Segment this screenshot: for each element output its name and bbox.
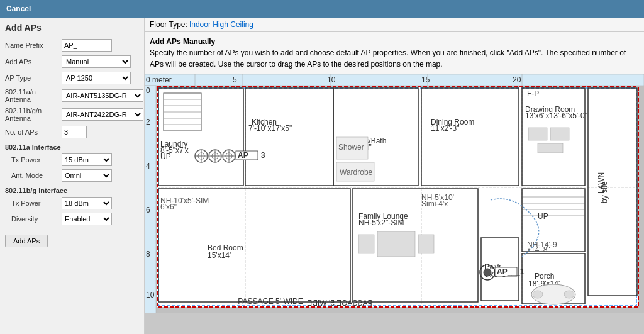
instructions-panel: Add APs Manually Specify the number of A… xyxy=(145,32,644,74)
svg-text:7'-10"x17'x5": 7'-10"x17'x5" xyxy=(248,124,292,133)
svg-text:13'x6"x13'-6"x5'-0": 13'x6"x13'-6"x5'-0" xyxy=(525,111,587,120)
tx-power-a-select[interactable]: 15 dBm 14 dBm 11 dBm xyxy=(62,153,112,166)
diversity-row: Diversity Enabled Disabled xyxy=(5,213,139,225)
ap-type-select[interactable]: AP 1250 AP 1130 xyxy=(62,72,131,84)
svg-rect-65 xyxy=(358,235,374,253)
svg-rect-44 xyxy=(528,128,547,140)
svg-text:4: 4 xyxy=(146,162,150,170)
cancel-button[interactable]: Cancel xyxy=(6,4,31,13)
add-aps-button[interactable]: Add APs xyxy=(5,235,48,247)
svg-text:AP___1: AP___1 xyxy=(497,267,525,276)
svg-text:8: 8 xyxy=(146,250,150,259)
name-prefix-label: Name Prefix xyxy=(5,42,62,49)
ant-mode-select[interactable]: Omni Directional xyxy=(62,169,112,182)
svg-text:AP___3: AP___3 xyxy=(238,151,265,160)
svg-text:10: 10 xyxy=(327,75,336,84)
svg-text:10: 10 xyxy=(146,291,155,299)
svg-text:6'x6": 6'x6" xyxy=(160,203,177,211)
svg-text:NH-5'x2"-SIM: NH-5'x2"-SIM xyxy=(358,218,404,227)
no-of-aps-row: No. of APs xyxy=(5,126,139,138)
right-panel: Floor Type: Indoor High Ceiling Add APs … xyxy=(145,18,644,334)
floor-plan-svg: 0 meter 5 10 15 20 0 2 4 6 8 10 xyxy=(145,74,644,313)
svg-point-84 xyxy=(533,291,543,298)
svg-text:11'x2'-3": 11'x2'-3" xyxy=(431,124,460,133)
instructions-title: Add APs Manually xyxy=(150,37,215,46)
svg-text:Simi-4'x: Simi-4'x xyxy=(421,199,448,208)
floor-type-bar: Floor Type: Indoor High Ceiling xyxy=(145,18,644,32)
diversity-label: Diversity xyxy=(11,215,62,223)
ap-type-label: AP Type xyxy=(5,74,62,82)
name-prefix-row: Name Prefix xyxy=(5,39,139,52)
svg-rect-64 xyxy=(377,231,415,257)
interface-80211a-label: 802.11a Interface xyxy=(5,143,139,151)
antenna-80211bgn-label: 802.11b/g/n Antenna xyxy=(5,107,62,122)
add-aps-label: Add APs xyxy=(5,58,62,65)
svg-rect-1 xyxy=(145,74,644,86)
svg-point-104 xyxy=(484,269,491,276)
floor-type-prefix: Floor Type: xyxy=(150,20,187,29)
ant-mode-row: Ant. Mode Omni Directional xyxy=(5,169,139,182)
svg-rect-66 xyxy=(418,235,434,253)
svg-text:2: 2 xyxy=(146,118,150,126)
svg-point-85 xyxy=(564,291,574,298)
ap-type-row: AP Type AP 1250 AP 1130 xyxy=(5,72,139,84)
svg-rect-45 xyxy=(550,128,569,140)
svg-text:PASSAGE 5' WIDE: PASSAGE 5' WIDE xyxy=(238,297,303,306)
svg-text:0: 0 xyxy=(146,86,150,95)
panel-heading: Add APs xyxy=(5,23,139,33)
svg-text:15: 15 xyxy=(421,75,430,84)
svg-text:by site: by site xyxy=(600,181,609,203)
instructions-text: Specify the number of APs you wish to ad… xyxy=(150,48,626,69)
floor-type-link[interactable]: Indoor High Ceiling xyxy=(189,20,253,29)
name-prefix-input[interactable] xyxy=(62,39,112,52)
tx-power-bg-label: Tx Power xyxy=(11,199,62,207)
no-of-aps-input[interactable] xyxy=(62,126,87,138)
svg-text:Shower: Shower xyxy=(338,143,364,152)
tx-power-a-label: Tx Power xyxy=(11,156,62,164)
svg-text:6: 6 xyxy=(146,206,150,214)
svg-text:PASSAGE 5' WIDE: PASSAGE 5' WIDE xyxy=(307,299,372,308)
tx-power-bg-select[interactable]: 18 dBm 17 dBm xyxy=(62,197,112,209)
left-panel: Add APs Name Prefix Add APs Manual Auto … xyxy=(0,18,145,334)
svg-text:F-P: F-P xyxy=(527,89,539,98)
svg-text:15'x14': 15'x14' xyxy=(208,251,231,260)
svg-rect-46 xyxy=(538,143,563,153)
map-area[interactable]: 0 meter 5 10 15 20 0 2 4 6 8 10 xyxy=(145,74,644,334)
main-layout: Add APs Name Prefix Add APs Manual Auto … xyxy=(0,18,644,334)
title-bar: Cancel xyxy=(0,0,644,18)
antenna-80211bgn-row: 802.11b/g/n Antenna AIR-ANT2422DG-R xyxy=(5,107,139,122)
add-aps-row: Add APs Manual Auto xyxy=(5,55,139,68)
add-aps-select[interactable]: Manual Auto xyxy=(62,55,131,68)
antenna-80211an-label: 802.11a/n Antenna xyxy=(5,88,62,103)
svg-text:UP: UP xyxy=(160,152,171,161)
svg-text:5: 5 xyxy=(233,75,237,84)
ant-mode-label: Ant. Mode xyxy=(11,172,62,179)
svg-text:0 meter: 0 meter xyxy=(146,75,172,84)
tx-power-bg-row: Tx Power 18 dBm 17 dBm xyxy=(5,197,139,209)
antenna-80211an-select[interactable]: AIR-ANT5135DG-R xyxy=(62,89,143,102)
tx-power-a-row: Tx Power 15 dBm 14 dBm 11 dBm xyxy=(5,153,139,166)
antenna-80211bgn-select[interactable]: AIR-ANT2422DG-R xyxy=(62,108,143,121)
svg-text:UP: UP xyxy=(538,212,548,221)
no-of-aps-label: No. of APs xyxy=(5,128,62,136)
svg-text:20: 20 xyxy=(513,75,521,84)
diversity-select[interactable]: Enabled Disabled xyxy=(62,213,112,225)
antenna-80211an-row: 802.11a/n Antenna AIR-ANT5135DG-R xyxy=(5,88,139,103)
interface-80211bg-label: 802.11b/g Interface xyxy=(5,187,139,194)
svg-text:Wardrobe: Wardrobe xyxy=(340,168,373,177)
